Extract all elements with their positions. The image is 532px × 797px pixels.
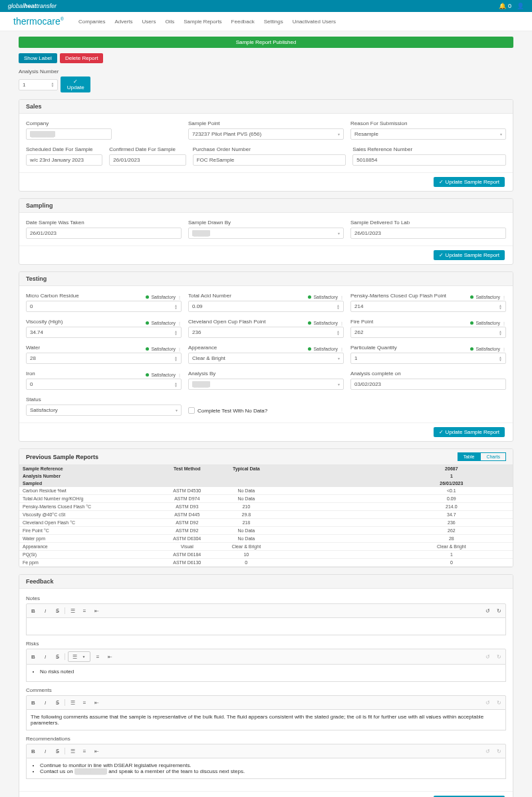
italic-icon[interactable]: I — [41, 698, 50, 707]
risks-editor[interactable]: No risks noted — [26, 665, 506, 682]
reason-label: Reason For Submission — [350, 120, 506, 126]
show-label-button[interactable]: Show Label — [19, 53, 57, 63]
visc-status[interactable]: Satisfactory ⋮ — [146, 321, 182, 325]
ol-icon[interactable]: ≡ — [80, 746, 89, 756]
nav-feedback[interactable]: Feedback — [231, 19, 255, 25]
delivered-input[interactable]: 26/01/2023 — [350, 228, 506, 239]
update-sales-button[interactable]: ✓ Update Sample Report — [434, 177, 505, 187]
redo-icon[interactable]: ↻ — [494, 606, 503, 615]
iron-status[interactable]: Satisfactory ⋮ — [146, 373, 182, 377]
fire-input[interactable]: 262▲▼ — [350, 327, 506, 338]
water-status[interactable]: Satisfactory ⋮ — [146, 347, 182, 351]
strike-icon[interactable]: S̶ — [53, 746, 62, 756]
nav-companies[interactable]: Companies — [78, 19, 105, 25]
risks-toolbar: B I S̶ ☰▼ ≡ ⇤ ↺↻ — [26, 649, 506, 665]
strike-icon[interactable]: S̶ — [53, 652, 62, 661]
nav-oils[interactable]: Oils — [165, 19, 174, 25]
bold-icon[interactable]: B — [29, 698, 38, 707]
iron-input[interactable]: 0▲▼ — [26, 379, 182, 390]
water-input[interactable]: 28▲▼ — [26, 353, 182, 364]
analysis-number-input[interactable]: 1▲▼ — [19, 79, 58, 90]
delivered-label: Sample Delivered To Lab — [350, 220, 506, 226]
tan-label: Total Acid Number — [188, 293, 231, 299]
italic-icon[interactable]: I — [41, 746, 50, 756]
delete-report-button[interactable]: Delete Report — [60, 53, 103, 63]
status-select[interactable]: Satisfactory▾ — [26, 404, 182, 416]
bold-icon[interactable]: B — [29, 652, 38, 661]
strike-icon[interactable]: S̶ — [53, 606, 62, 615]
nav-unactivated[interactable]: Unactivated Users — [293, 19, 336, 25]
update-testing-button[interactable]: ✓ Update Sample Report — [434, 427, 505, 437]
coc-input[interactable]: 236▲▼ — [188, 327, 344, 338]
ul-icon[interactable]: ☰ — [68, 746, 77, 756]
ol-icon[interactable]: ≡ — [80, 606, 89, 615]
table-row: PQ(Si)ASTM D6184101 — [19, 551, 513, 559]
ul-icon[interactable]: ☰ — [68, 698, 77, 707]
update-analysis-button[interactable]: ✓ Update — [61, 77, 90, 92]
visc-input[interactable]: 34.74▲▼ — [26, 327, 182, 338]
strike-icon[interactable]: S̶ — [53, 698, 62, 707]
complete-no-data-checkbox[interactable] — [188, 407, 195, 414]
outdent-icon[interactable]: ⇤ — [92, 606, 101, 615]
pq-label: Particulate Quantity — [350, 345, 397, 351]
fire-status[interactable]: Satisfactory ⋮ — [470, 321, 506, 325]
notes-editor[interactable] — [26, 618, 506, 635]
nav-adverts[interactable]: Adverts — [114, 19, 132, 25]
comments-editor[interactable]: The following comments assume that the s… — [26, 710, 506, 730]
coc-status[interactable]: Satisfactory ⋮ — [308, 321, 344, 325]
ul-icon[interactable]: ☰ — [68, 606, 77, 615]
analysis_by-input[interactable]: ████▾ — [188, 379, 344, 390]
sampling-header: Sampling — [19, 199, 513, 213]
mcr-status[interactable]: Satisfactory ⋮ — [146, 295, 182, 299]
reason-select[interactable]: Resample▾ — [350, 128, 506, 140]
ol-icon[interactable]: ≡ — [80, 698, 89, 707]
alert-success: Sample Report Published — [19, 37, 513, 48]
table-row: Fe ppmASTM D613000 — [19, 559, 513, 567]
prev-header: Previous Sample Reports — [26, 454, 98, 460]
nav-sample-reports[interactable]: Sample Reports — [184, 19, 221, 25]
nav-users[interactable]: Users — [142, 19, 156, 25]
pq-input[interactable]: 1▲▼ — [350, 353, 506, 364]
pmcc-status[interactable]: Satisfactory ⋮ — [470, 295, 506, 299]
ul-icon[interactable]: ☰ — [70, 652, 79, 661]
bold-icon[interactable]: B — [29, 606, 38, 615]
update-sampling-button[interactable]: ✓ Update Sample Report — [434, 250, 505, 260]
drawn-by-select[interactable]: ████▾ — [188, 228, 344, 239]
recs-editor[interactable]: Continue to monitor in line with DSEAR l… — [26, 758, 506, 779]
po-label: Purchase Order Number — [193, 146, 346, 152]
visc-label: Viscosity (High) — [26, 319, 63, 325]
mcr-input[interactable]: 0▲▼ — [26, 301, 182, 312]
outdent-icon[interactable]: ⇤ — [92, 746, 101, 756]
undo-icon[interactable]: ↺ — [483, 606, 492, 615]
pq-status[interactable]: Satisfactory ⋮ — [470, 347, 506, 351]
confirmed-date-input[interactable]: 26/01/2023 — [109, 154, 186, 166]
italic-icon[interactable]: I — [41, 652, 50, 661]
complete_on-input[interactable]: 03/02/2023 — [350, 379, 506, 390]
app-input[interactable]: Clear & Bright▾ — [188, 353, 344, 364]
app-status[interactable]: Satisfactory ⋮ — [308, 347, 344, 351]
nav-settings[interactable]: Settings — [264, 19, 283, 25]
sched-date-input[interactable]: w/c 23rd January 2023 — [26, 154, 102, 166]
table-row: Pensky-Martens Closed Flash °CASTM D9321… — [19, 503, 513, 511]
tab-table[interactable]: Table — [458, 452, 481, 461]
tan-input[interactable]: 0.09▲▼ — [188, 301, 344, 312]
bold-icon[interactable]: B — [29, 746, 38, 756]
tab-charts[interactable]: Charts — [480, 452, 506, 461]
table-row: AppearanceVisualClear & BrightClear & Br… — [19, 543, 513, 551]
bell-icon[interactable]: 🔔 0 — [499, 3, 511, 9]
company-input[interactable]: ██████ — [26, 128, 112, 140]
sample-point-label: Sample Point — [188, 120, 344, 126]
date-taken-input[interactable]: 26/01/2023 — [26, 228, 182, 239]
sales-ref-input[interactable]: 5018854 — [352, 154, 506, 166]
user-icon[interactable]: 👤 — [517, 3, 524, 9]
po-input[interactable]: FOC ReSample — [193, 154, 346, 166]
pmcc-input[interactable]: 214▲▼ — [350, 301, 506, 312]
sample-point-select[interactable]: 723237 Pilot Plant PVS (656)▾ — [188, 128, 344, 140]
outdent-icon[interactable]: ⇤ — [92, 698, 101, 707]
italic-icon[interactable]: I — [41, 606, 50, 615]
ol-icon[interactable]: ≡ — [93, 652, 102, 661]
sales-ref-label: Sales Reference Number — [352, 146, 506, 152]
table-row: Water ppmASTM D6304No Data28 — [19, 535, 513, 543]
tan-status[interactable]: Satisfactory ⋮ — [308, 295, 344, 299]
outdent-icon[interactable]: ⇤ — [105, 652, 114, 661]
